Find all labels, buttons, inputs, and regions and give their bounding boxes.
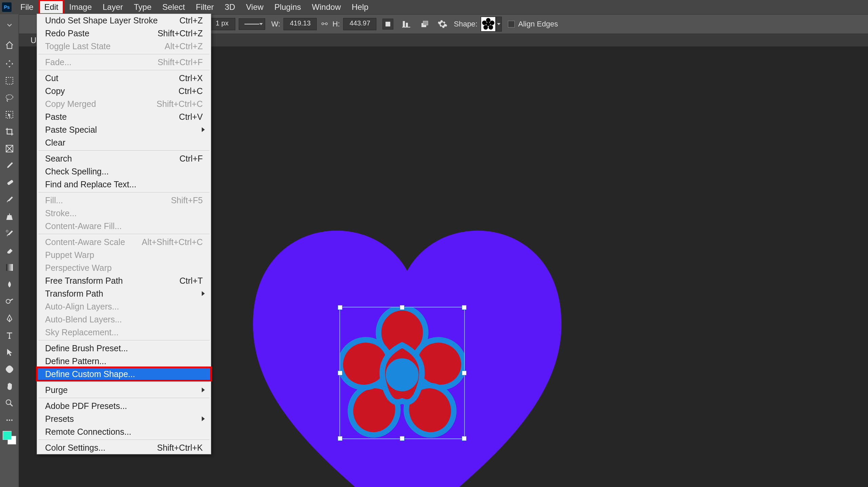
handle-bottom-right[interactable] — [462, 436, 467, 441]
menu-item-free-transform-path[interactable]: Free Transform PathCtrl+T — [37, 274, 211, 287]
height-input[interactable]: 443.97 — [343, 18, 376, 30]
menu-item-paste[interactable]: PasteCtrl+V — [37, 110, 211, 123]
tool-move[interactable] — [1, 56, 18, 72]
menu-image[interactable]: Image — [64, 0, 97, 14]
menu-item-label: Paste — [45, 112, 67, 122]
tool-gradient[interactable] — [1, 259, 18, 276]
menu-item-find-and-replace-text[interactable]: Find and Replace Text... — [37, 178, 211, 191]
shape-dropdown[interactable] — [496, 17, 502, 32]
tool-crop[interactable] — [1, 124, 18, 140]
menu-item-remote-connections[interactable]: Remote Connections... — [37, 425, 211, 438]
menu-item-define-pattern[interactable]: Define Pattern... — [37, 355, 211, 368]
arrange-button[interactable] — [419, 19, 430, 30]
menu-view[interactable]: View — [241, 0, 269, 14]
svg-point-8 — [6, 400, 11, 405]
shape-preview — [481, 17, 496, 32]
shape-label: Shape: — [454, 20, 477, 29]
menu-window[interactable]: Window — [307, 0, 346, 14]
menu-item-sky-replacement: Sky Replacement... — [37, 326, 211, 339]
tool-dodge[interactable] — [1, 293, 18, 310]
tool-object-select[interactable] — [1, 107, 18, 123]
menu-item-define-custom-shape[interactable]: Define Custom Shape... — [37, 368, 211, 380]
handle-mid-left[interactable] — [338, 371, 342, 375]
menu-edit[interactable]: Edit — [39, 0, 64, 14]
menu-item-clear[interactable]: Clear — [37, 136, 211, 149]
flower-shape — [340, 307, 464, 438]
menu-item-auto-align-layers: Auto-Align Layers... — [37, 300, 211, 313]
menu-item-label: Copy Merged — [45, 99, 96, 109]
path-ops-button[interactable] — [382, 19, 393, 30]
handle-top-right[interactable] — [462, 305, 467, 310]
align-edges-checkbox[interactable] — [508, 21, 515, 27]
tool-custom-shape[interactable] — [1, 361, 18, 377]
selection-bounding-box[interactable] — [339, 307, 465, 439]
menu-help[interactable]: Help — [346, 0, 374, 14]
tool-lasso[interactable] — [1, 90, 18, 106]
tool-type[interactable] — [1, 327, 18, 343]
tool-path-select[interactable] — [1, 344, 18, 360]
tool-hand[interactable] — [1, 378, 18, 394]
menu-item-define-brush-preset[interactable]: Define Brush Preset... — [37, 342, 211, 355]
handle-bottom-center[interactable] — [400, 436, 405, 441]
menu-item-copy[interactable]: CopyCtrl+C — [37, 85, 211, 97]
handle-bottom-left[interactable] — [338, 436, 342, 441]
menu-item-check-spelling[interactable]: Check Spelling... — [37, 165, 211, 178]
menu-item-label: Auto-Align Layers... — [45, 302, 119, 312]
menu-item-presets[interactable]: Presets — [37, 412, 211, 425]
menu-plugins[interactable]: Plugins — [269, 0, 307, 14]
tool-brush[interactable] — [1, 191, 18, 208]
submenu-arrow-icon — [202, 388, 205, 392]
tool-zoom[interactable] — [1, 395, 18, 411]
tool-frame[interactable] — [1, 141, 18, 157]
submenu-arrow-icon — [202, 127, 205, 132]
menu-item-cut[interactable]: CutCtrl+X — [37, 72, 211, 85]
menu-item-toggle-last-state: Toggle Last StateAlt+Ctrl+Z — [37, 40, 211, 53]
menu-item-purge[interactable]: Purge — [37, 383, 211, 396]
gear-icon[interactable] — [437, 19, 448, 29]
svg-point-10 — [9, 419, 10, 421]
tool-clone[interactable] — [1, 208, 18, 225]
align-button[interactable] — [401, 19, 412, 30]
menu-item-color-settings[interactable]: Color Settings...Shift+Ctrl+K — [37, 441, 211, 454]
menu-item-shortcut: Shift+F5 — [171, 195, 203, 205]
menu-item-adobe-pdf-presets[interactable]: Adobe PDF Presets... — [37, 399, 211, 412]
menu-3d[interactable]: 3D — [219, 0, 241, 14]
menu-item-shortcut: Ctrl+Z — [179, 16, 203, 25]
home-button[interactable] — [1, 35, 18, 55]
collapse-toggle[interactable] — [1, 16, 18, 35]
tool-eyedropper[interactable] — [1, 157, 18, 174]
tool-eraser[interactable] — [1, 242, 18, 259]
link-icon[interactable]: ⚯ — [320, 20, 329, 29]
handle-top-center[interactable] — [400, 305, 405, 310]
svg-point-9 — [6, 419, 8, 421]
menu-select[interactable]: Select — [157, 0, 191, 14]
menu-item-search[interactable]: SearchCtrl+F — [37, 152, 211, 165]
menu-item-label: Color Settings... — [45, 443, 105, 453]
tool-more[interactable] — [1, 412, 18, 428]
svg-point-31 — [408, 364, 414, 370]
menu-item-fill: Fill...Shift+F5 — [37, 194, 211, 207]
width-input[interactable]: 419.13 — [283, 18, 317, 30]
menu-type[interactable]: Type — [129, 0, 157, 14]
handle-top-left[interactable] — [338, 305, 342, 310]
tool-history-brush[interactable] — [1, 225, 18, 242]
menu-layer[interactable]: Layer — [97, 0, 129, 14]
tool-healing[interactable] — [1, 174, 18, 191]
menu-item-shortcut: Ctrl+C — [178, 86, 203, 96]
menu-item-transform-path[interactable]: Transform Path — [37, 287, 211, 300]
menu-item-undo-set-shape-layer-stroke[interactable]: Undo Set Shape Layer StrokeCtrl+Z — [37, 14, 211, 27]
document-tab[interactable]: U — [31, 36, 36, 45]
menu-item-redo-paste[interactable]: Redo PasteShift+Ctrl+Z — [37, 27, 211, 40]
tool-marquee[interactable] — [1, 73, 18, 89]
stroke-style-select[interactable] — [239, 18, 265, 30]
stroke-width-input[interactable]: 1 px — [209, 18, 235, 30]
menu-item-shortcut: Shift+Ctrl+K — [157, 443, 203, 453]
menu-filter[interactable]: Filter — [191, 0, 219, 14]
menu-file[interactable]: File — [15, 0, 39, 14]
menu-item-label: Paste Special — [45, 125, 97, 135]
handle-mid-right[interactable] — [462, 371, 467, 375]
color-swatches[interactable] — [3, 431, 16, 445]
tool-pen[interactable] — [1, 310, 18, 326]
tool-blur[interactable] — [1, 276, 18, 293]
menu-item-paste-special[interactable]: Paste Special — [37, 123, 211, 136]
